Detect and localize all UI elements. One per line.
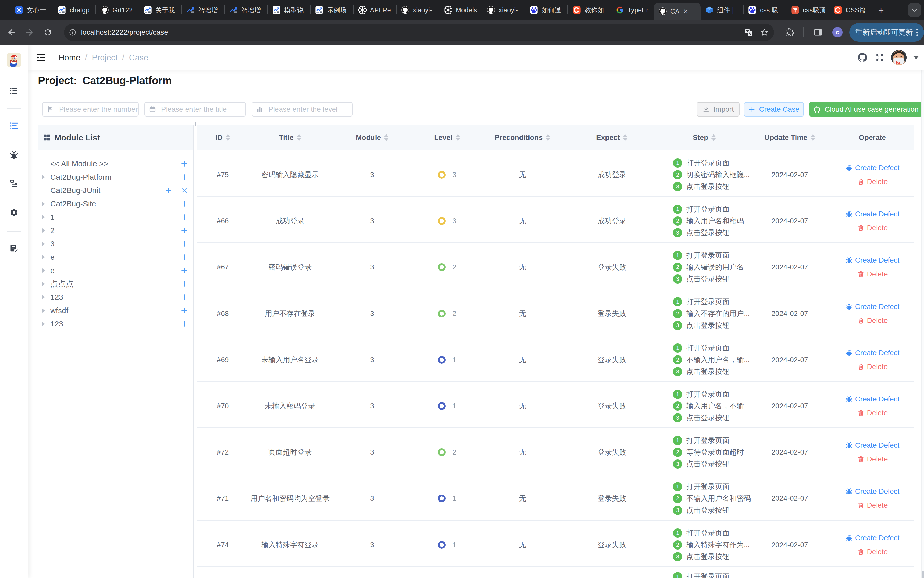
scrollbar-thumb[interactable]: [922, 571, 924, 578]
chrome-update-button[interactable]: 重新启动即可更新: [849, 23, 924, 42]
github-icon[interactable]: [857, 52, 867, 63]
create-defect-link[interactable]: Create Defect: [846, 487, 900, 495]
table-column-header[interactable]: ID: [197, 125, 248, 150]
browser-tab[interactable]: css 吸: [744, 0, 786, 20]
caret-right-icon[interactable]: [42, 308, 45, 313]
breadcrumb-project[interactable]: Project: [92, 53, 117, 62]
table-column-header[interactable]: Level: [413, 125, 482, 150]
table-column-header[interactable]: Preconditions: [482, 125, 563, 150]
address-bar[interactable]: localhost:2222/project/case: [64, 24, 774, 41]
sidebar-item-list-icon[interactable]: [9, 86, 18, 96]
sidebar-item-tree-icon[interactable]: [9, 179, 18, 188]
sort-icon[interactable]: [456, 134, 460, 141]
add-module-icon[interactable]: [181, 253, 188, 261]
browser-tab[interactable]: 文心一: [10, 0, 53, 20]
caret-right-icon[interactable]: [42, 321, 45, 326]
sort-icon[interactable]: [297, 134, 301, 141]
browser-tab[interactable]: css吸顶: [786, 0, 829, 20]
browser-menu-kebab-icon[interactable]: [916, 29, 918, 36]
sidebar-item-gear-icon[interactable]: [9, 208, 18, 217]
delete-link[interactable]: Delete: [857, 548, 888, 556]
create-defect-link[interactable]: Create Defect: [846, 534, 900, 542]
create-case-button[interactable]: Create Case: [744, 102, 804, 117]
bookmark-star-icon[interactable]: [760, 28, 769, 37]
user-avatar[interactable]: [891, 50, 906, 65]
module-tree-item[interactable]: 点点点: [38, 277, 193, 291]
add-module-icon[interactable]: [181, 174, 188, 181]
user-menu-caret-icon[interactable]: [913, 56, 919, 59]
module-tree-item[interactable]: Cat2Bug-Platform: [38, 170, 193, 184]
module-tree-item[interactable]: Cat2Bug-Site: [38, 197, 193, 211]
breadcrumb-home[interactable]: Home: [58, 53, 80, 62]
forward-button[interactable]: [24, 27, 35, 38]
level-filter-input[interactable]: Please enter the level: [252, 102, 352, 117]
module-tree-item[interactable]: 2: [38, 224, 193, 237]
create-defect-link[interactable]: Create Defect: [846, 349, 900, 357]
tab-close-icon[interactable]: ×: [682, 7, 690, 15]
caret-right-icon[interactable]: [42, 201, 45, 206]
create-defect-link[interactable]: Create Defect: [846, 210, 900, 218]
caret-right-icon[interactable]: [42, 215, 45, 219]
delete-link[interactable]: Delete: [857, 455, 888, 463]
browser-tab[interactable]: 智增增: [225, 0, 268, 20]
browser-tab[interactable]: 组件 |: [701, 0, 744, 20]
sort-icon[interactable]: [546, 134, 550, 141]
delete-link[interactable]: Delete: [857, 224, 888, 232]
extensions-icon[interactable]: [784, 27, 796, 38]
add-module-icon[interactable]: [181, 214, 188, 221]
add-module-icon[interactable]: [181, 240, 188, 247]
add-module-icon[interactable]: [181, 280, 188, 287]
browser-tab[interactable]: 教你如: [568, 0, 611, 20]
add-module-icon[interactable]: [181, 320, 188, 328]
add-module-icon[interactable]: [181, 200, 188, 207]
add-module-icon[interactable]: [181, 294, 188, 301]
create-defect-link[interactable]: Create Defect: [846, 395, 900, 403]
table-column-header[interactable]: Step: [660, 125, 749, 150]
table-column-header[interactable]: Module: [331, 125, 413, 150]
browser-tab[interactable]: 如何通: [525, 0, 568, 20]
split-drag-handle-icon[interactable]: [194, 122, 196, 126]
sidebar-item-bug-icon[interactable]: [9, 150, 18, 160]
page-scrollbar[interactable]: [921, 70, 924, 578]
create-defect-link[interactable]: Create Defect: [846, 256, 900, 265]
table-column-header[interactable]: Update Time: [749, 125, 831, 150]
module-tree-item[interactable]: 123: [38, 317, 193, 331]
side-panel-icon[interactable]: [812, 27, 823, 38]
new-tab-button[interactable]: +: [874, 3, 888, 17]
import-button[interactable]: Import: [697, 102, 740, 117]
caret-right-icon[interactable]: [42, 282, 45, 286]
caret-right-icon[interactable]: [42, 228, 45, 233]
caret-right-icon[interactable]: [42, 175, 45, 179]
delete-link[interactable]: Delete: [857, 317, 888, 325]
sort-icon[interactable]: [810, 134, 815, 141]
add-module-icon[interactable]: [181, 267, 188, 274]
browser-tab[interactable]: chatgp: [53, 0, 96, 20]
sort-icon[interactable]: [384, 134, 388, 141]
browser-tab[interactable]: CA ×: [654, 3, 701, 20]
app-logo[interactable]: [6, 53, 21, 67]
panel-split-bar[interactable]: [193, 125, 195, 578]
module-tree-item[interactable]: 1: [38, 211, 193, 224]
breadcrumb-case[interactable]: Case: [129, 53, 148, 62]
number-filter-input[interactable]: Please enter the number: [42, 102, 139, 117]
module-tree-item[interactable]: 3: [38, 237, 193, 250]
reload-button[interactable]: [42, 27, 54, 38]
delete-link[interactable]: Delete: [857, 363, 888, 371]
site-info-icon[interactable]: [69, 29, 76, 36]
back-button[interactable]: [6, 27, 18, 38]
module-tree-item[interactable]: 123: [38, 291, 193, 304]
browser-tab[interactable]: Models: [439, 0, 482, 20]
title-filter-input[interactable]: Please enter the title: [144, 102, 246, 117]
caret-right-icon[interactable]: [42, 268, 45, 273]
create-defect-link[interactable]: Create Defect: [846, 303, 900, 311]
url-text[interactable]: localhost:2222/project/case: [81, 28, 168, 36]
add-module-icon[interactable]: [181, 227, 188, 234]
browser-tab[interactable]: 模型说: [268, 0, 310, 20]
sidebar-item-doc-edit-icon[interactable]: [9, 244, 18, 253]
browser-tab[interactable]: 关于我: [139, 0, 182, 20]
sidebar-item-tasklist-icon[interactable]: [9, 121, 18, 130]
browser-tab[interactable]: API Re: [354, 0, 396, 20]
module-tree-item[interactable]: wfsdf: [38, 304, 193, 317]
browser-tab[interactable]: CSS篇: [829, 0, 872, 20]
browser-tab[interactable]: xiaoyi-: [482, 0, 525, 20]
